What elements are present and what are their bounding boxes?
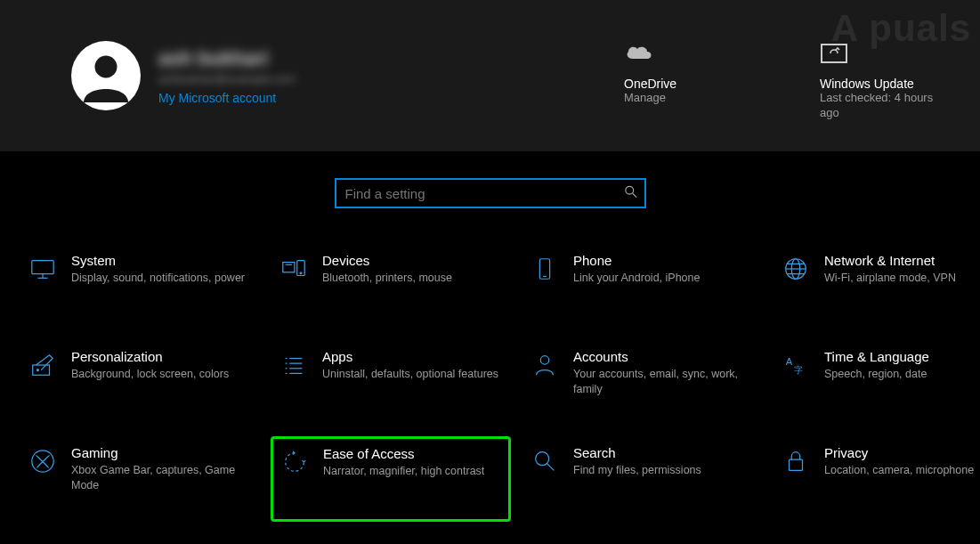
category-text: PersonalizationBackground, lock screen, … <box>71 349 229 382</box>
category-title: Accounts <box>573 349 751 364</box>
category-system[interactable]: SystemDisplay, sound, notifications, pow… <box>20 244 260 329</box>
phone-icon <box>529 253 561 285</box>
category-text: PrivacyLocation, camera, microphone <box>824 445 974 478</box>
category-text: GamingXbox Game Bar, captures, Game Mode <box>71 445 249 493</box>
category-sub: Narrator, magnifier, high contrast <box>323 464 484 479</box>
user-name: ash bukhari <box>158 47 296 70</box>
apps-icon <box>278 349 310 381</box>
person-icon <box>529 349 561 381</box>
user-text: ash bukhari ashbukhari@example.com My Mi… <box>158 47 296 105</box>
category-search-cat[interactable]: SearchFind my files, permissions <box>522 436 762 522</box>
onedrive-tile[interactable]: OneDrive Manage <box>624 36 757 121</box>
user-block: ash bukhari ashbukhari@example.com My Mi… <box>71 41 296 110</box>
category-title: Search <box>573 445 701 460</box>
category-accounts[interactable]: AccountsYour accounts, email, sync, work… <box>522 340 762 426</box>
category-text: SystemDisplay, sound, notifications, pow… <box>71 253 245 286</box>
cloud-icon <box>624 36 654 69</box>
svg-point-2 <box>625 186 633 194</box>
category-sub: Xbox Game Bar, captures, Game Mode <box>71 463 249 493</box>
category-phone[interactable]: PhoneLink your Android, iPhone <box>522 244 762 329</box>
category-sub: Your accounts, email, sync, work, family <box>573 367 751 397</box>
category-text: AccountsYour accounts, email, sync, work… <box>573 349 751 397</box>
category-sub: Speech, region, date <box>824 367 929 382</box>
category-text: DevicesBluetooth, printers, mouse <box>322 253 452 286</box>
category-sub: Location, camera, microphone <box>824 463 974 478</box>
category-personalization[interactable]: PersonalizationBackground, lock screen, … <box>20 340 260 426</box>
globe-icon <box>780 253 812 285</box>
category-ease[interactable]: Ease of AccessNarrator, magnifier, high … <box>271 436 511 522</box>
update-sub: Last checked: 4 hours ago <box>820 91 953 121</box>
xbox-icon <box>27 445 59 477</box>
category-gaming[interactable]: GamingXbox Game Bar, captures, Game Mode <box>20 436 260 522</box>
search-icon <box>625 186 637 201</box>
header-right-tiles: OneDrive Manage Windows Update Last chec… <box>624 36 953 121</box>
avatar[interactable] <box>71 41 141 110</box>
category-apps[interactable]: AppsUninstall, defaults, optional featur… <box>271 340 511 426</box>
svg-point-0 <box>95 56 117 78</box>
settings-header: ash bukhari ashbukhari@example.com My Mi… <box>0 0 980 151</box>
category-text: AppsUninstall, defaults, optional featur… <box>322 349 498 382</box>
category-title: Phone <box>573 253 700 268</box>
category-time[interactable]: Time & LanguageSpeech, region, date <box>773 340 980 426</box>
category-devices[interactable]: DevicesBluetooth, printers, mouse <box>271 244 511 329</box>
user-email: ashbukhari@example.com <box>158 72 296 85</box>
category-sub: Bluetooth, printers, mouse <box>322 271 452 286</box>
category-title: Privacy <box>824 445 974 460</box>
my-microsoft-account-link[interactable]: My Microsoft account <box>158 91 296 105</box>
brush-icon <box>27 349 59 381</box>
search-input[interactable] <box>335 178 646 208</box>
devices-icon <box>278 253 310 285</box>
category-title: Apps <box>322 349 498 364</box>
time-lang-icon <box>780 349 812 381</box>
category-title: System <box>71 253 245 268</box>
category-title: Time & Language <box>824 349 929 364</box>
category-title: Ease of Access <box>323 446 484 461</box>
category-text: PhoneLink your Android, iPhone <box>573 253 700 286</box>
svg-line-3 <box>632 193 636 197</box>
lock-icon <box>780 445 812 477</box>
search-wrap <box>0 178 980 208</box>
category-text: Network & InternetWi-Fi, airplane mode, … <box>824 253 956 286</box>
update-title: Windows Update <box>820 77 914 91</box>
category-title: Devices <box>322 253 452 268</box>
person-silhouette-icon <box>79 49 133 102</box>
category-sub: Uninstall, defaults, optional features <box>322 367 498 382</box>
category-title: Personalization <box>71 349 229 364</box>
windows-update-tile[interactable]: Windows Update Last checked: 4 hours ago <box>820 36 953 121</box>
category-network[interactable]: Network & InternetWi-Fi, airplane mode, … <box>773 244 980 329</box>
category-sub: Link your Android, iPhone <box>573 271 700 286</box>
category-text: Time & LanguageSpeech, region, date <box>824 349 929 382</box>
category-sub: Find my files, permissions <box>573 463 701 478</box>
category-sub: Display, sound, notifications, power <box>71 271 245 286</box>
monitor-icon <box>27 253 59 285</box>
category-text: SearchFind my files, permissions <box>573 445 701 478</box>
update-icon <box>820 36 850 69</box>
category-text: Ease of AccessNarrator, magnifier, high … <box>323 446 484 479</box>
category-sub: Wi-Fi, airplane mode, VPN <box>824 271 956 286</box>
svg-rect-1 <box>822 45 846 62</box>
category-sub: Background, lock screen, colors <box>71 367 229 382</box>
ease-icon <box>279 446 311 478</box>
onedrive-sub: Manage <box>624 91 666 106</box>
category-title: Gaming <box>71 445 249 460</box>
search-cat-icon <box>529 445 561 477</box>
category-privacy[interactable]: PrivacyLocation, camera, microphone <box>773 436 980 522</box>
category-title: Network & Internet <box>824 253 956 268</box>
settings-categories: SystemDisplay, sound, notifications, pow… <box>0 244 980 522</box>
onedrive-title: OneDrive <box>624 77 676 91</box>
